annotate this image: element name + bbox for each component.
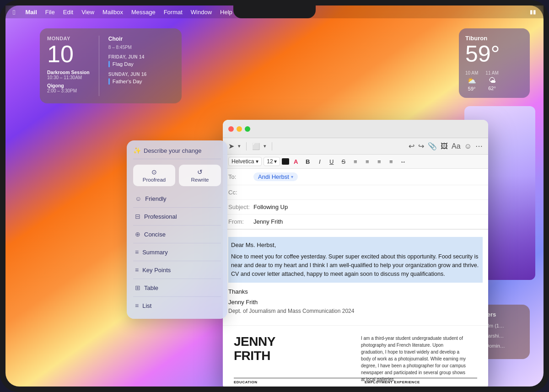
align-center-btn[interactable]: ≡ [362,156,372,166]
wand-icon: ✨ [133,147,141,154]
bold-btn[interactable]: B [303,156,313,166]
mail-thanks: Thanks [228,287,483,296]
friendly-icon: ☺ [135,195,141,202]
calendar-fathers-day: Father's Day [108,78,174,85]
to-field-row: To: Andi Herbst ▾ [223,169,488,185]
calendar-event-darkroom: Darkroom Session 10:30 – 11:30AM [47,70,90,80]
concise-icon: ⊕ [135,231,140,238]
apple-menu[interactable]:  [13,8,15,16]
menu-mailbox[interactable]: Mailbox [102,9,123,16]
fullscreen-button[interactable] [245,126,250,132]
view-dropdown-icon[interactable]: ▾ [264,143,266,149]
weather-widget: Tiburon 59° 10 AM ⛅ 59° 11 AM 🌤 62° [459,28,530,98]
italic-btn[interactable]: I [315,156,325,166]
undo-icon[interactable]: ↩ [409,142,414,150]
calendar-event-qigong: Qigong 2:00 – 3:30PM [47,83,90,93]
tablet-screen:  Mail File Edit View Mailbox Message Fo… [5,5,544,387]
to-value: Andi Herbst ▾ [253,172,483,181]
more-icon[interactable]: ⋯ [475,142,483,150]
menu-help[interactable]: Help [220,9,232,16]
calendar-divider [99,36,99,96]
text-color-swatch[interactable] [282,158,289,165]
ai-option-table[interactable]: ⊞ Table [133,281,221,295]
rewrite-icon: ↺ [182,168,218,176]
resume-education-title: EDUCATION [234,380,346,384]
resume-employment-text: SEPTEMBER 2021–PRESENT Photographer CAMP… [365,386,477,387]
ai-option-summary[interactable]: ≡ Summary [133,245,221,259]
subject-field-row: Subject: Following Up [223,200,488,215]
emoji-icon[interactable]: ☺ [464,142,472,150]
ai-option-professional[interactable]: ⊟ Professional [133,209,221,223]
redo-icon[interactable]: ↪ [418,142,424,150]
cc-label: Cc: [228,189,253,196]
from-value: Jenny Frith [253,218,483,225]
align-right-btn[interactable]: ≡ [374,156,384,166]
attach-icon[interactable]: 📎 [428,142,437,150]
ai-option-list[interactable]: ≡ List [133,299,221,312]
mail-body-paragraph: Nice to meet you for coffee yesterday. S… [231,252,480,279]
ai-option-concise[interactable]: ⊕ Concise [133,227,221,241]
weather-11am: 11 AM 🌤 62° [485,70,498,91]
ai-writing-panel: ✨ Describe your change ⊙ Proofread ↺ Rew… [127,140,227,319]
more-format-btn[interactable]: ↔ [398,156,408,166]
underline-btn[interactable]: U [327,156,337,166]
tablet-frame:  Mail File Edit View Mailbox Message Fo… [0,0,549,392]
ai-separator-4 [133,261,221,261]
ai-option-keypoints[interactable]: ≡ Key Points [133,263,221,277]
menu-message[interactable]: Message [131,9,156,16]
close-button[interactable] [228,126,234,132]
calendar-day-label: MONDAY [47,36,90,41]
camera-notch [233,5,316,18]
strikethrough-btn[interactable]: S [339,156,349,166]
table-icon: ⊞ [135,284,140,291]
menu-view[interactable]: View [81,9,94,16]
recipient-tag[interactable]: Andi Herbst ▾ [253,172,298,181]
calendar-section-date-1: FRIDAY, JUN 14 [108,54,174,59]
list-format-btn[interactable]: ≡ [386,156,396,166]
mail-attachment-resume: JENNY FRITH I am a third-year student un… [223,326,488,387]
subject-value[interactable]: Following Up [253,204,483,210]
align-left-btn[interactable]: ≡ [350,156,361,166]
weather-10am: 10 AM ⛅ 59° [465,70,478,91]
calendar-choir-name: Choir [108,36,174,42]
menu-file[interactable]: File [45,9,55,16]
rewrite-button[interactable]: ↺ Rewrite [179,165,221,186]
from-label: From: [228,218,253,225]
mail-body-selected-text: Dear Ms. Herbst, Nice to meet you for co… [228,237,483,283]
professional-icon: ⊟ [135,213,140,220]
list-icon: ≡ [135,302,139,309]
photo-icon[interactable]: 🖼 [441,142,448,150]
resume-education-text: Expected June 2024 BACHELOR OF FINE ARTS… [234,386,346,387]
send-dropdown-icon[interactable]: ▾ [238,143,241,149]
mail-fields: To: Andi Herbst ▾ Cc: Subject: Following… [223,169,488,230]
compose-view-icon[interactable]: ⬜ [252,143,260,150]
menu-edit[interactable]: Edit [63,9,73,16]
ai-option-friendly[interactable]: ☺ Friendly [133,192,221,205]
calendar-flag-day: Flag Day [108,61,174,67]
ai-separator-6 [133,296,221,297]
mail-body[interactable]: Dear Ms. Herbst, Nice to meet you for co… [223,230,488,326]
subject-label: Subject: [228,204,253,210]
mail-signature-title: Dept. of Journalism and Mass Communicati… [228,307,483,315]
font-icon[interactable]: Aa [452,142,461,150]
font-size-selector[interactable]: 12 ▾ [264,157,280,166]
mail-compose-toolbar: ➤ ▾ ⬜ ▾ ↩ ↪ 📎 🖼 Aa ☺ ⋯ [223,138,488,155]
send-icon[interactable]: ➤ [228,142,234,150]
ai-separator-1 [133,207,221,208]
battery-icon: ▮▮ [530,9,536,15]
calendar-section-date-2: SUNDAY, JUN 16 [108,72,174,77]
to-label: To: [228,173,253,180]
ai-separator-5 [133,279,221,279]
menu-window[interactable]: Window [191,9,212,16]
resume-name: JENNY FRITH [234,335,275,363]
format-highlight-btn[interactable]: A [291,156,301,166]
weather-temp: 59° [465,42,523,67]
menu-mail[interactable]: Mail [25,9,37,16]
minimize-button[interactable] [237,126,242,132]
proofread-button[interactable]: ⊙ Proofread [133,165,175,186]
mail-signature-name: Jenny Frith [228,298,483,307]
menu-format[interactable]: Format [164,9,183,16]
font-selector[interactable]: Helvetica ▾ [228,157,262,166]
toolbar-separator-1 [246,142,247,150]
cc-field-row: Cc: [223,185,488,200]
